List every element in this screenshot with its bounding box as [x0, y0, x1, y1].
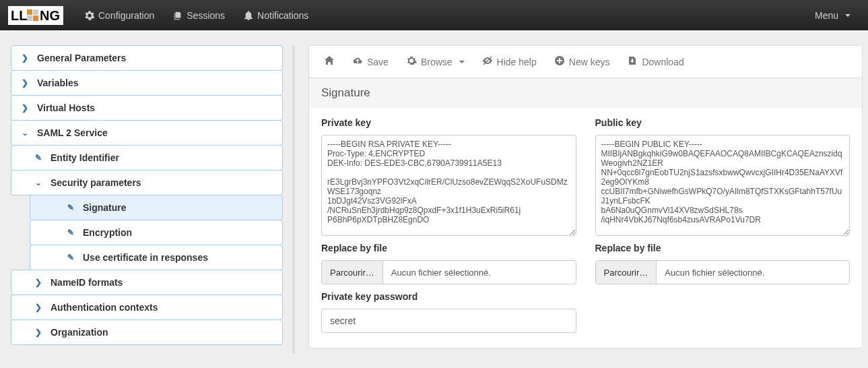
tree-saml2-service[interactable]: ⌄ SAML 2 Service	[11, 120, 283, 146]
tree-entity-identifier[interactable]: ✎ Entity Identifier	[11, 145, 283, 171]
plus-circle-icon	[554, 55, 565, 68]
nav-notifications-label: Notifications	[257, 10, 308, 21]
home-button[interactable]	[324, 55, 335, 68]
private-key-password-input[interactable]	[321, 309, 576, 333]
nav-configuration[interactable]: Configuration	[75, 0, 164, 30]
save-label: Save	[367, 57, 389, 67]
tree-label: Security parameters	[51, 177, 141, 188]
chevron-right-icon: ❯	[34, 278, 42, 287]
tree-label: Signature	[83, 202, 127, 213]
brand-logo[interactable]: LL NG	[8, 6, 63, 25]
download-label: Download	[642, 57, 683, 67]
tree-label: Authentication contexts	[51, 302, 158, 313]
tree-label: Entity Identifier	[51, 152, 119, 163]
nav-notifications[interactable]: Notifications	[234, 0, 318, 30]
chevron-right-icon: ❯	[34, 328, 42, 337]
tree-label: NameID formats	[51, 277, 123, 288]
file-none-text: Aucun fichier sélectionné.	[657, 261, 849, 284]
public-key-label: Public key	[595, 117, 850, 128]
chevron-right-icon: ❯	[21, 78, 29, 88]
download-icon	[627, 55, 638, 68]
svg-rect-4	[27, 16, 32, 21]
chevron-down-icon: ⌄	[21, 128, 29, 137]
home-icon	[324, 55, 335, 68]
replace-by-file-label-2: Replace by file	[595, 243, 850, 253]
tree-nameid-formats[interactable]: ❯ NameID formats	[11, 270, 283, 295]
pencil-icon: ✎	[67, 203, 75, 212]
private-key-file-input[interactable]: Parcourir… Aucun fichier sélectionné.	[321, 260, 576, 284]
chevron-down-icon	[845, 14, 850, 17]
config-tree: ❯ General Parameters ❯ Variables ❯ Virtu…	[11, 45, 283, 344]
tree-use-certificate[interactable]: ✎ Use certificate in responses	[30, 245, 283, 270]
save-button[interactable]: Save	[352, 55, 389, 68]
chevron-down-icon: ⌄	[34, 178, 42, 187]
browse-label: Browse	[421, 57, 453, 67]
tree-security-parameters[interactable]: ⌄ Security parameters	[11, 170, 283, 195]
new-keys-button[interactable]: New keys	[554, 55, 610, 68]
hide-help-button[interactable]: Hide help	[482, 55, 537, 68]
svg-rect-5	[33, 16, 38, 21]
new-keys-label: New keys	[569, 57, 610, 67]
tree-general-parameters[interactable]: ❯ General Parameters	[11, 45, 283, 71]
toolbar: Save Browse Hide help	[309, 46, 862, 78]
eye-close-icon	[482, 55, 493, 68]
nav-menu-label: Menu	[815, 10, 838, 21]
chevron-down-icon	[459, 61, 465, 63]
tree-label: Organization	[51, 327, 108, 338]
bell-icon	[244, 11, 253, 20]
chevron-right-icon: ❯	[21, 103, 29, 113]
nav-configuration-label: Configuration	[98, 10, 154, 21]
pencil-icon: ✎	[67, 228, 75, 237]
replace-by-file-label: Replace by file	[321, 243, 576, 253]
svg-rect-2	[27, 9, 32, 15]
svg-text:LL: LL	[11, 8, 27, 23]
public-key-textarea[interactable]	[595, 135, 850, 236]
tree-label: Encryption	[83, 227, 132, 238]
private-key-password-label: Private key password	[321, 291, 576, 302]
chevron-right-icon: ❯	[34, 303, 42, 312]
svg-text:NG: NG	[40, 8, 60, 23]
nav-sessions[interactable]: Sessions	[164, 0, 234, 30]
svg-rect-3	[33, 9, 38, 15]
nav-menu[interactable]: Menu	[805, 0, 860, 30]
section-title: Signature	[309, 78, 862, 108]
tree-signature[interactable]: ✎ Signature	[30, 195, 283, 220]
tree-organization[interactable]: ❯ Organization	[11, 319, 283, 345]
nav-sessions-label: Sessions	[187, 10, 225, 21]
browse-button[interactable]: Browse	[406, 55, 465, 68]
tree-encryption[interactable]: ✎ Encryption	[30, 220, 283, 245]
pencil-icon: ✎	[34, 153, 42, 162]
gear-icon	[85, 11, 94, 20]
tree-label: Use certificate in responses	[83, 252, 208, 263]
file-none-text: Aucun fichier sélectionné.	[383, 261, 576, 284]
pencil-icon: ✎	[67, 253, 75, 262]
private-key-label: Private key	[321, 117, 576, 128]
tree-virtual-hosts[interactable]: ❯ Virtual Hosts	[11, 95, 283, 121]
download-button[interactable]: Download	[627, 55, 683, 68]
tree-label: General Parameters	[37, 53, 126, 63]
tree-variables[interactable]: ❯ Variables	[11, 70, 283, 96]
tree-label: Virtual Hosts	[37, 102, 95, 113]
gear-icon	[406, 55, 417, 68]
chevron-right-icon: ❯	[21, 53, 29, 63]
file-browse-button[interactable]: Parcourir…	[322, 261, 383, 284]
copy-icon	[173, 11, 182, 20]
tree-label: Variables	[37, 78, 79, 88]
hide-help-label: Hide help	[497, 57, 537, 67]
cloud-upload-icon	[352, 55, 363, 68]
private-key-textarea[interactable]	[321, 135, 576, 236]
tree-authentication-contexts[interactable]: ❯ Authentication contexts	[11, 295, 283, 320]
top-navbar: LL NG Configuration Sessions Notificatio…	[0, 0, 868, 30]
splitter[interactable]	[292, 45, 295, 354]
tree-label: SAML 2 Service	[37, 127, 108, 138]
file-browse-button[interactable]: Parcourir…	[596, 261, 657, 284]
public-key-file-input[interactable]: Parcourir… Aucun fichier sélectionné.	[595, 260, 850, 284]
